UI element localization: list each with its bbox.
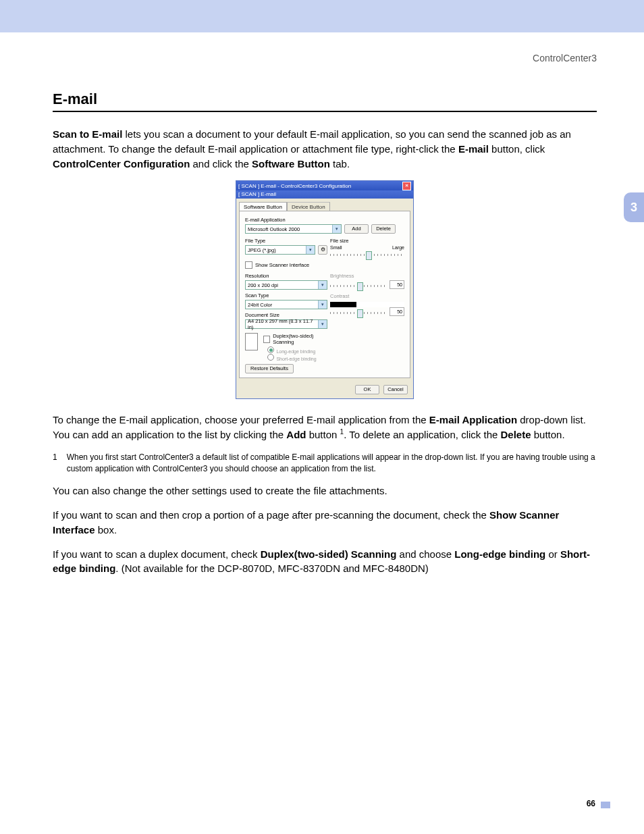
brightness-value[interactable]: 50 (390, 280, 404, 289)
radio-icon (267, 354, 274, 361)
file-size-large: Large (392, 245, 404, 250)
delete-button[interactable]: Delete (371, 224, 396, 234)
text: and choose (396, 548, 454, 560)
intro-bold-cc: ControlCenter Configuration (53, 158, 190, 170)
duplex-label: Duplex(two-sided) Scanning (273, 333, 327, 345)
footnote-number: 1 (53, 452, 57, 475)
paragraph-duplex: If you want to scan a duplex document, c… (53, 547, 597, 577)
long-edge-label: Long-edge binding (276, 349, 315, 354)
text: To change the E-mail application, choose… (53, 414, 429, 425)
doc-size-dropdown[interactable]: A4 210 x 297 mm (8.3 x 11.7 in) ▾ (245, 319, 327, 329)
heading-rule (53, 111, 597, 112)
intro-text4: tab. (330, 158, 350, 170)
text: box. (95, 524, 117, 536)
text: . (Not available for the DCP-8070D, MFC-… (115, 563, 429, 574)
text: If you want to scan and then crop a port… (53, 509, 489, 521)
chevron-down-icon: ▾ (306, 246, 315, 254)
show-scanner-label: Show Scanner Interface (255, 262, 309, 268)
footnote-text: When you first start ControlCenter3 a de… (67, 452, 597, 475)
add-button[interactable]: Add (344, 224, 369, 234)
tab-software-button[interactable]: Software Button (239, 202, 287, 211)
text: If you want to scan a duplex document, c… (53, 548, 261, 560)
intro-bold-sb: Software Button (252, 158, 330, 170)
contrast-slider[interactable] (330, 312, 387, 314)
email-app-dropdown[interactable]: Microsoft Outlook 2000 ▾ (245, 224, 342, 234)
paragraph-other-settings: You can also change the other settings u… (53, 484, 597, 498)
resolution-dropdown[interactable]: 200 x 200 dpi ▾ (245, 280, 327, 290)
slider-thumb[interactable] (366, 251, 372, 260)
scan-type-value: 24bit Color (248, 302, 272, 308)
text: button (306, 429, 340, 440)
duplex-checkbox[interactable]: Duplex(two-sided) Scanning (263, 333, 327, 345)
chevron-down-icon: ▾ (332, 225, 341, 233)
intro-text3: and click the (190, 158, 252, 170)
chevron-down-icon: ▾ (318, 320, 327, 328)
contrast-gradient (330, 302, 404, 307)
file-size-slider[interactable] (330, 254, 404, 256)
top-header-band (0, 0, 644, 32)
brightness-slider[interactable] (330, 285, 387, 287)
text: button. (531, 429, 565, 440)
file-size-label: File size (330, 238, 404, 244)
config-dialog: [ SCAN ] E-mail - ControlCenter3 Configu… (236, 180, 414, 399)
contrast-value[interactable]: 50 (390, 307, 404, 316)
intro-text2: button, click (489, 143, 545, 155)
intro-bold-email: E-mail (458, 143, 489, 155)
file-type-dropdown[interactable]: JPEG (*.jpg) ▾ (245, 245, 315, 255)
email-app-value: Microsoft Outlook 2000 (248, 226, 300, 232)
restore-defaults-button[interactable]: Restore Defaults (245, 364, 294, 373)
text: . To delete an application, click the (344, 429, 500, 440)
doc-size-value: A4 210 x 297 mm (8.3 x 11.7 in) (248, 318, 318, 330)
bold-email-application: E-mail Application (429, 414, 517, 425)
scan-type-label: Scan Type (245, 292, 327, 298)
file-type-settings-button[interactable]: ⚙ (318, 245, 327, 255)
dialog-subtitle: [ SCAN ] E-mail (236, 190, 413, 199)
dialog-figure: [ SCAN ] E-mail - ControlCenter3 Configu… (53, 180, 597, 399)
file-type-value: JPEG (*.jpg) (248, 247, 276, 253)
intro-paragraph: Scan to E-mail lets you scan a document … (53, 127, 597, 171)
email-app-label: E-mail Application (245, 217, 404, 223)
dialog-body: E-mail Application Microsoft Outlook 200… (239, 211, 410, 378)
dialog-title: [ SCAN ] E-mail - ControlCenter3 Configu… (238, 183, 351, 189)
bold-duplex: Duplex(two-sided) Scanning (261, 548, 397, 560)
cancel-button[interactable]: Cancel (383, 385, 408, 394)
paragraph-crop: If you want to scan and then crop a port… (53, 508, 597, 538)
short-edge-radio[interactable]: Short-edge binding (267, 354, 327, 361)
file-type-label: File Type (245, 238, 327, 244)
intro-lead: Scan to E-mail (53, 128, 122, 140)
contrast-label: Contrast (330, 293, 404, 299)
dialog-footer: OK Cancel (236, 381, 413, 398)
bold-long-edge: Long-edge binding (454, 548, 545, 560)
short-edge-label: Short-edge binding (276, 357, 316, 361)
chevron-down-icon: ▾ (318, 301, 327, 309)
long-edge-radio[interactable]: Long-edge binding (267, 346, 327, 354)
checkbox-icon (263, 336, 270, 343)
chevron-down-icon: ▾ (318, 281, 327, 289)
resolution-label: Resolution (245, 273, 327, 279)
chapter-tab: 3 (624, 192, 644, 222)
ok-button[interactable]: OK (355, 385, 379, 394)
paragraph-change-app: To change the E-mail application, choose… (53, 413, 597, 442)
slider-thumb[interactable] (357, 282, 363, 291)
slider-thumb[interactable] (357, 309, 363, 318)
bold-add: Add (286, 429, 306, 440)
resolution-value: 200 x 200 dpi (248, 282, 278, 288)
doc-size-label: Document Size (245, 312, 327, 318)
show-scanner-checkbox[interactable]: Show Scanner Interface (245, 261, 404, 269)
dialog-tabs: Software Button Device Button (236, 199, 413, 211)
bold-delete: Delete (501, 429, 531, 440)
text: or (545, 548, 560, 560)
brightness-label: Brightness (330, 273, 404, 279)
tab-device-button[interactable]: Device Button (287, 202, 330, 211)
duplex-icon (245, 333, 258, 350)
section-heading: E-mail (53, 90, 597, 108)
breadcrumb: ControlCenter3 (0, 32, 644, 63)
checkbox-icon (245, 261, 252, 269)
radio-icon (267, 346, 274, 353)
scan-type-dropdown[interactable]: 24bit Color ▾ (245, 300, 327, 309)
footnote: 1 When you first start ControlCenter3 a … (53, 452, 597, 475)
dialog-titlebar: [ SCAN ] E-mail - ControlCenter3 Configu… (236, 181, 413, 190)
close-icon[interactable]: × (402, 182, 411, 190)
file-size-small: Small (330, 245, 342, 250)
